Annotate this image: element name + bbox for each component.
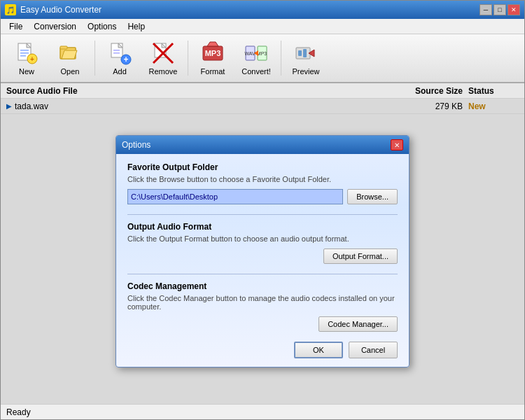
remove-button[interactable]: Remove <box>143 37 183 79</box>
format-section: Output Audio Format Click the Output For… <box>127 222 398 264</box>
menu-options[interactable]: Options <box>82 20 122 33</box>
main-window: 🎵 Easy Audio Converter ─ □ ✕ File Conver… <box>0 0 525 420</box>
svg-marker-22 <box>207 42 218 46</box>
minimize-button[interactable]: ─ <box>479 4 492 15</box>
svg-text:+: + <box>123 55 128 64</box>
svg-rect-30 <box>298 50 302 56</box>
svg-rect-4 <box>20 55 26 57</box>
menu-help[interactable]: Help <box>122 20 150 33</box>
format-button[interactable]: MP3 Format <box>192 37 233 79</box>
menu-conversion[interactable]: Conversion <box>28 20 82 33</box>
add-icon: + <box>107 41 132 66</box>
toolbar: + New Open <box>1 34 524 83</box>
svg-rect-12 <box>113 50 120 51</box>
format-label: Format <box>201 67 225 76</box>
dialog-button-row: OK Cancel <box>127 342 398 358</box>
menu-bar: File Conversion Options Help <box>1 19 524 34</box>
codec-section-desc: Click the Codec Manager button to manage… <box>127 294 398 311</box>
toolbar-separator-1 <box>94 41 95 76</box>
format-section-title: Output Audio Format <box>127 222 398 232</box>
ok-button[interactable]: OK <box>294 342 343 358</box>
svg-text:WAV: WAV <box>244 51 255 56</box>
file-list: ▶ tada.wav 279 KB New Options ✕ <box>1 99 524 404</box>
dialog-close-button[interactable]: ✕ <box>391 139 403 150</box>
svg-rect-8 <box>60 46 67 49</box>
options-dialog: Options ✕ Favorite Output Folder Click t… <box>115 135 410 368</box>
toolbar-separator-3 <box>281 41 281 76</box>
menu-file[interactable]: File <box>4 20 28 33</box>
cancel-button[interactable]: Cancel <box>349 342 398 358</box>
status-bar: Ready <box>1 404 524 419</box>
app-icon: 🎵 <box>5 4 16 15</box>
status-text: Ready <box>6 407 31 417</box>
file-content-area: Source Audio File Source Size Status ▶ t… <box>1 83 524 404</box>
new-icon: + <box>14 41 39 66</box>
svg-marker-9 <box>62 50 77 59</box>
codec-section: Codec Management Click the Codec Manager… <box>127 281 398 332</box>
open-icon <box>57 41 83 66</box>
svg-text:+: + <box>30 55 34 63</box>
svg-text:MP3: MP3 <box>205 49 221 57</box>
window-title: Easy Audio Converter <box>20 5 102 15</box>
convert-icon: WAV MP3 <box>244 41 269 66</box>
section-divider-1 <box>127 214 398 215</box>
output-format-button[interactable]: Output Format... <box>323 248 398 264</box>
convert-button[interactable]: WAV MP3 Convert! <box>236 37 276 79</box>
preview-icon <box>293 41 318 66</box>
svg-rect-2 <box>20 50 29 51</box>
maximize-button[interactable]: □ <box>493 4 506 15</box>
dialog-title-bar: Options ✕ <box>116 136 409 154</box>
remove-icon <box>150 41 176 66</box>
header-status: Status <box>463 86 519 96</box>
folder-section-desc: Click the Browse button to choose a Favo… <box>127 175 398 183</box>
add-label: Add <box>113 67 127 76</box>
folder-section-title: Favorite Output Folder <box>127 162 398 172</box>
file-list-header: Source Audio File Source Size Status <box>1 83 524 99</box>
dialog-title: Options <box>122 140 150 150</box>
add-button[interactable]: + Add <box>99 37 140 79</box>
svg-rect-31 <box>303 49 307 57</box>
preview-label: Preview <box>292 67 319 76</box>
convert-label: Convert! <box>241 67 271 76</box>
format-section-desc: Click the Output Format button to choose… <box>127 234 398 243</box>
format-icon: MP3 <box>200 41 225 66</box>
dialog-overlay: Options ✕ Favorite Output Folder Click t… <box>1 99 524 404</box>
toolbar-separator-2 <box>188 41 188 76</box>
new-button[interactable]: + New <box>6 37 47 79</box>
section-divider-2 <box>127 274 398 274</box>
svg-rect-13 <box>113 52 120 54</box>
header-size: Source Size <box>393 86 463 96</box>
open-button[interactable]: Open <box>50 37 90 79</box>
svg-rect-3 <box>20 52 29 54</box>
folder-section: Favorite Output Folder Click the Browse … <box>127 162 398 204</box>
preview-button[interactable]: Preview <box>286 37 326 79</box>
new-label: New <box>19 67 34 76</box>
folder-input-row: Browse... <box>127 189 398 204</box>
dialog-body: Favorite Output Folder Click the Browse … <box>116 154 409 367</box>
open-label: Open <box>61 67 80 76</box>
title-buttons: ─ □ ✕ <box>479 4 520 15</box>
codec-manager-button[interactable]: Codec Manager... <box>318 316 398 332</box>
codec-section-title: Codec Management <box>127 281 398 291</box>
browse-button[interactable]: Browse... <box>347 189 398 204</box>
title-bar: 🎵 Easy Audio Converter ─ □ ✕ <box>1 1 524 19</box>
remove-label: Remove <box>149 67 178 76</box>
folder-path-input[interactable] <box>127 189 343 204</box>
close-button[interactable]: ✕ <box>507 4 520 15</box>
header-name: Source Audio File <box>6 86 393 96</box>
